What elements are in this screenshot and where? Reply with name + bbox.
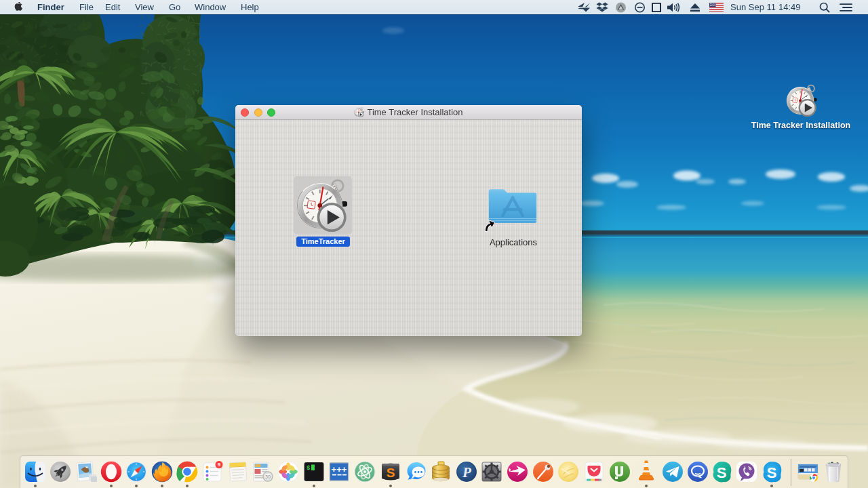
svg-text:S: S [717, 464, 727, 481]
svg-text:P: P [462, 464, 471, 481]
svg-text:30: 30 [265, 474, 271, 479]
svg-text:$: $ [307, 465, 311, 472]
svg-text:S: S [387, 466, 395, 480]
svg-text:9: 9 [218, 462, 221, 468]
svg-text:S: S [767, 464, 777, 481]
svg-text:+++: +++ [332, 464, 347, 474]
